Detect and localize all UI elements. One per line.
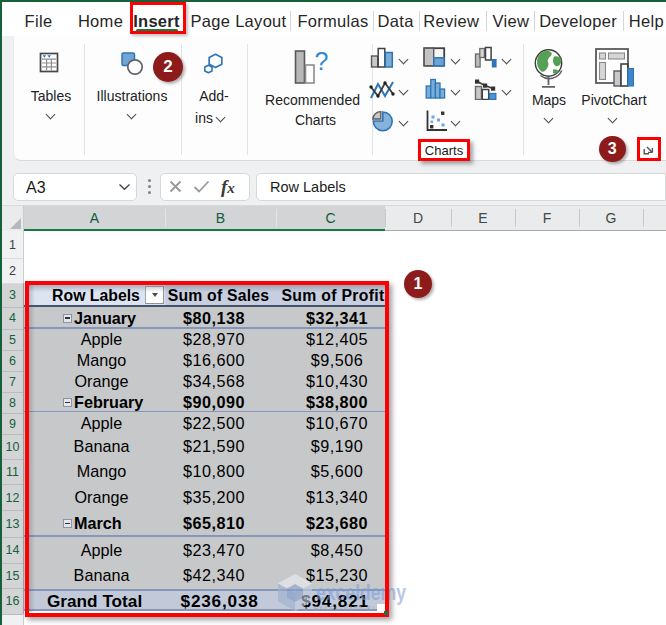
svg-text:?: ? xyxy=(315,48,329,75)
